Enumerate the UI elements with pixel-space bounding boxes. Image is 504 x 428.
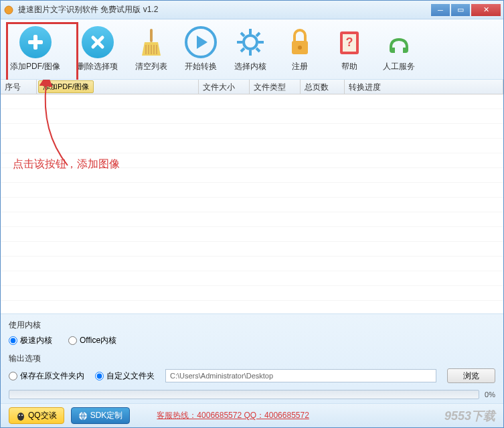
col-progress: 转换进度 <box>345 80 503 94</box>
gear-icon <box>234 26 266 58</box>
svg-point-20 <box>19 415 20 416</box>
watermark: 9553下载 <box>444 408 495 424</box>
svg-line-12 <box>256 33 260 36</box>
delete-selection-button[interactable]: 删除选择项 <box>75 25 120 76</box>
svg-point-0 <box>5 6 13 14</box>
output-path-input[interactable] <box>165 369 436 382</box>
svg-text:?: ? <box>346 35 353 49</box>
annotation-text: 点击该按钮，添加图像 <box>13 157 120 171</box>
close-button[interactable]: ✕ <box>471 4 501 16</box>
output-same-folder-radio[interactable]: 保存在原文件夹内 <box>9 370 84 382</box>
svg-rect-2 <box>28 40 43 44</box>
x-icon <box>82 26 114 58</box>
col-pages: 总页数 <box>301 80 345 94</box>
col-seq: 序号 <box>1 80 37 94</box>
phone-icon <box>383 26 415 58</box>
broom-icon <box>135 26 167 58</box>
engine-fast-radio[interactable]: 极速内核 <box>9 335 52 346</box>
svg-point-5 <box>244 35 257 49</box>
svg-line-13 <box>241 48 244 52</box>
play-icon <box>185 26 217 58</box>
maximize-button[interactable]: ▭ <box>451 4 470 16</box>
progress-bar <box>9 390 479 399</box>
start-convert-button[interactable]: 开始转换 <box>182 25 220 76</box>
add-pdf-image-button[interactable]: 添加PDF/图像 <box>7 25 63 76</box>
window-title: 捷速图片文字识别软件 免费试用版 v1.2 <box>18 4 431 15</box>
output-custom-folder-radio[interactable]: 自定义文件夹 <box>95 370 155 382</box>
svg-rect-3 <box>150 29 153 42</box>
browse-button[interactable]: 浏览 <box>447 368 495 383</box>
select-engine-button[interactable]: 选择内核 <box>232 25 269 76</box>
toolbar: 添加PDF/图像 删除选择项 清空列表 开始转换 选择内核 <box>1 19 503 80</box>
add-file-header-button[interactable]: 添加PDF/图像 <box>38 80 94 93</box>
hotline-text[interactable]: 客服热线：4006685572 QQ：4006685572 <box>157 410 309 421</box>
svg-line-11 <box>256 48 260 52</box>
clear-list-button[interactable]: 清空列表 <box>133 25 170 76</box>
customer-service-button[interactable]: 人工服务 <box>380 25 418 76</box>
table-header: 序号 添加PDF/图像 文件大小 文件类型 总页数 转换进度 <box>1 80 503 94</box>
engine-office-radio[interactable]: Office内核 <box>68 335 116 346</box>
qq-icon <box>16 411 25 421</box>
col-type: 文件类型 <box>250 80 301 94</box>
progress-percent: 0% <box>485 390 495 399</box>
qq-chat-button[interactable]: QQ交谈 <box>9 407 64 424</box>
table-body: 点击该按钮，添加图像 <box>1 94 503 302</box>
svg-point-19 <box>17 413 24 421</box>
footer: QQ交谈 SDK定制 客服热线：4006685572 QQ：4006685572… <box>1 403 503 427</box>
help-book-icon: ? <box>333 26 365 58</box>
file-table: 序号 添加PDF/图像 文件大小 文件类型 总页数 转换进度 点击该按钮，添加图… <box>1 80 503 313</box>
col-file: 添加PDF/图像 <box>37 80 199 94</box>
settings-panel: 使用内核 极速内核 Office内核 输出选项 保存在原文件夹内 自定义文件夹 … <box>1 313 503 403</box>
svg-line-10 <box>241 33 244 36</box>
globe-icon <box>78 411 88 421</box>
output-section-label: 输出选项 <box>9 353 495 364</box>
app-icon <box>3 5 14 15</box>
help-button[interactable]: ? 帮助 <box>331 25 368 76</box>
plus-icon <box>19 26 52 58</box>
col-size: 文件大小 <box>199 80 250 94</box>
sdk-custom-button[interactable]: SDK定制 <box>71 407 131 424</box>
lock-icon <box>284 26 316 58</box>
register-button[interactable]: 注册 <box>281 25 319 76</box>
svg-point-15 <box>298 46 302 50</box>
engine-section-label: 使用内核 <box>9 319 495 331</box>
svg-point-21 <box>21 415 23 416</box>
minimize-button[interactable]: ─ <box>431 4 450 16</box>
titlebar: 捷速图片文字识别软件 免费试用版 v1.2 ─ ▭ ✕ <box>1 1 503 19</box>
